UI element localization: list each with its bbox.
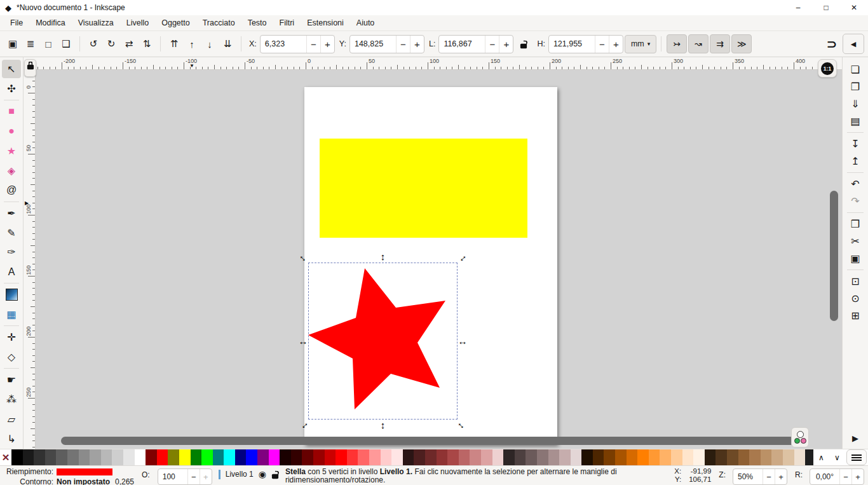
palette-swatch-17[interactable]	[201, 449, 213, 465]
y-increment-button[interactable]: +	[410, 36, 424, 53]
palette-swatch-30[interactable]	[347, 449, 358, 465]
flip-horizontal-button[interactable]: ⇄	[120, 35, 138, 53]
spiral-tool[interactable]: @	[2, 181, 21, 200]
redo-button[interactable]: ↷	[846, 193, 865, 210]
expand-swatches-button[interactable]: ▶	[847, 430, 864, 446]
raise-to-top-button[interactable]: ⇈	[165, 35, 183, 53]
width-field-value[interactable]: 116,867	[439, 39, 485, 48]
palette-swatch-70[interactable]	[794, 449, 806, 465]
selection-grow-button[interactable]: ❑	[57, 35, 75, 53]
minimize-button[interactable]: –	[784, 0, 812, 15]
palette-swatch-49[interactable]	[559, 449, 571, 465]
palette-swatch-33[interactable]	[381, 449, 392, 465]
palette-swatch-47[interactable]	[537, 449, 548, 465]
height-field-value[interactable]: 121,955	[549, 39, 595, 48]
zoom-value[interactable]: 50%	[733, 472, 763, 481]
horizontal-scrollbar[interactable]	[61, 437, 799, 445]
height-decrement-button[interactable]: −	[595, 36, 609, 53]
opacity-decrement-button[interactable]: −	[187, 469, 200, 484]
eraser-tool[interactable]: ▱	[2, 410, 21, 428]
scale-handle-top[interactable]: ↕	[378, 252, 388, 261]
import-button[interactable]: ↧	[846, 135, 865, 153]
palette-swatch-29[interactable]	[336, 449, 347, 465]
zoom-page-button[interactable]: ⊞	[846, 307, 865, 324]
palette-swatch-63[interactable]	[715, 449, 727, 465]
palette-swatch-9[interactable]	[112, 449, 123, 465]
menu-item-aiuto[interactable]: Aiuto	[350, 17, 381, 29]
palette-swatch-59[interactable]	[671, 449, 682, 465]
palette-swatch-56[interactable]	[637, 449, 649, 465]
zoom-1-1-button[interactable]: 1:1	[818, 59, 837, 78]
palette-swatch-64[interactable]	[727, 449, 738, 465]
layer-lock-icon[interactable]	[271, 469, 279, 479]
raise-button[interactable]: ↑	[183, 35, 201, 53]
zoom-decrement-button[interactable]: −	[763, 469, 775, 484]
scale-stroke-toggle[interactable]: ↣	[667, 34, 687, 53]
palette-swatch-62[interactable]	[705, 449, 716, 465]
palette-swatch-6[interactable]	[79, 449, 90, 465]
width-decrement-button[interactable]: −	[485, 36, 499, 53]
palette-swatch-23[interactable]	[269, 449, 280, 465]
node-tool[interactable]: ✣	[2, 79, 21, 98]
palette-swatch-2[interactable]	[34, 449, 45, 465]
palette-menu-button[interactable]	[846, 449, 867, 465]
export-button[interactable]: ↥	[846, 153, 865, 170]
x-field-value[interactable]: 6,323	[261, 39, 306, 48]
vertical-ruler[interactable]: 050100150200250▶	[24, 70, 36, 449]
menu-item-tracciato[interactable]: Tracciato	[196, 17, 241, 29]
lower-to-bottom-button[interactable]: ⇊	[219, 35, 236, 53]
palette-swatch-48[interactable]	[548, 449, 560, 465]
palette-swatch-27[interactable]	[313, 449, 325, 465]
rotate-cw-button[interactable]: ↻	[102, 35, 120, 53]
zoom-drawing-button[interactable]: ⊙	[846, 290, 865, 307]
scale-handle-left[interactable]: ↔	[298, 337, 308, 346]
palette-swatch-4[interactable]	[56, 449, 67, 465]
text-tool[interactable]: A	[2, 263, 21, 281]
palette-swatch-12[interactable]	[146, 449, 157, 465]
palette-swatch-37[interactable]	[425, 449, 437, 465]
palette-swatch-20[interactable]	[235, 449, 247, 465]
palette-swatch-7[interactable]	[90, 449, 101, 465]
scale-handle-right[interactable]: ↔	[458, 337, 468, 346]
no-color-swatch[interactable]: ✕	[0, 449, 11, 465]
palette-swatch-66[interactable]	[749, 449, 761, 465]
canvas[interactable]: ↔ ↔ ↔ ↔ ↕ ↕ ↔ ↔	[36, 70, 842, 449]
save-button[interactable]: ⇓	[846, 95, 865, 113]
select-all-button[interactable]: ▣	[4, 35, 22, 53]
palette-swatch-67[interactable]	[761, 449, 772, 465]
pen-tool[interactable]: ✒	[2, 204, 21, 222]
paste-button[interactable]: ▣	[846, 250, 865, 267]
palette-swatch-69[interactable]	[783, 449, 794, 465]
pencil-tool[interactable]: ✎	[2, 224, 21, 242]
palette-swatch-41[interactable]	[470, 449, 481, 465]
palette-swatch-44[interactable]	[503, 449, 515, 465]
palette-swatch-25[interactable]	[291, 449, 302, 465]
connector-tool[interactable]: ↳	[2, 430, 21, 448]
palette-swatch-36[interactable]	[414, 449, 425, 465]
layer-name[interactable]: Livello 1	[226, 470, 254, 479]
rotation-value[interactable]: 0,00°	[810, 472, 839, 481]
zoom-field[interactable]: 50% − +	[733, 468, 787, 485]
palette-swatch-39[interactable]	[447, 449, 459, 465]
star-tool[interactable]: ★	[2, 142, 21, 160]
x-decrement-button[interactable]: −	[306, 36, 320, 53]
palette-swatch-18[interactable]	[213, 449, 224, 465]
palette-swatch-24[interactable]	[280, 449, 291, 465]
palette-swatch-32[interactable]	[369, 449, 381, 465]
opacity-value[interactable]: 100	[158, 472, 187, 481]
menu-item-testo[interactable]: Testo	[241, 17, 273, 29]
scale-handle-bottom[interactable]: ↕	[378, 421, 388, 430]
menu-item-visualizza[interactable]: Visualizza	[72, 17, 120, 29]
palette-swatch-71[interactable]	[805, 449, 813, 465]
palette-swatch-51[interactable]	[581, 449, 593, 465]
palette-swatch-57[interactable]	[649, 449, 660, 465]
palette-swatch-0[interactable]	[11, 449, 23, 465]
width-field[interactable]: 116,867 − +	[438, 35, 513, 53]
palette-swatch-50[interactable]	[571, 449, 582, 465]
stroke-width-value[interactable]: 0,265	[115, 477, 134, 485]
close-button[interactable]: ✕	[840, 0, 868, 15]
zoom-increment-button[interactable]: +	[775, 469, 787, 484]
width-increment-button[interactable]: +	[499, 36, 513, 53]
palette-swatch-58[interactable]	[660, 449, 671, 465]
palette-swatch-65[interactable]	[738, 449, 750, 465]
